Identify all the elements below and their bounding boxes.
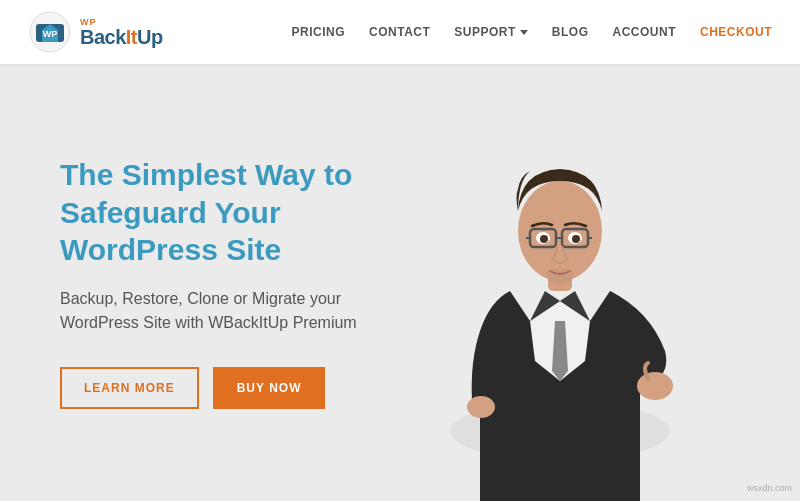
chevron-down-icon xyxy=(520,30,528,35)
watermark: wsxdn.com xyxy=(747,483,792,493)
logo[interactable]: WP WP BackItUp xyxy=(28,10,163,54)
svg-point-17 xyxy=(637,372,673,400)
svg-point-16 xyxy=(546,268,574,284)
svg-point-14 xyxy=(540,235,548,243)
learn-more-button[interactable]: LEARN MORE xyxy=(60,367,199,409)
hero-subtitle: Backup, Restore, Clone or Migrate your W… xyxy=(60,287,400,335)
svg-point-15 xyxy=(572,235,580,243)
logo-text: WP BackItUp xyxy=(80,18,163,47)
nav-checkout[interactable]: CHECKOUT xyxy=(700,25,772,39)
nav-account[interactable]: ACCOUNT xyxy=(613,25,677,39)
hero-title: The Simplest Way to Safeguard Your WordP… xyxy=(60,156,400,269)
svg-point-18 xyxy=(467,396,495,418)
site-header: WP WP BackItUp PRICING CONTACT SUPPORT B… xyxy=(0,0,800,64)
buy-now-button[interactable]: BUY NOW xyxy=(213,367,326,409)
hero-buttons: LEARN MORE BUY NOW xyxy=(60,367,400,409)
logo-icon: WP xyxy=(28,10,72,54)
nav-contact[interactable]: CONTACT xyxy=(369,25,430,39)
nav-blog[interactable]: BLOG xyxy=(552,25,589,39)
nav-support[interactable]: SUPPORT xyxy=(454,25,528,39)
main-nav: PRICING CONTACT SUPPORT BLOG ACCOUNT CHE… xyxy=(292,25,772,39)
logo-brand-label: BackItUp xyxy=(80,27,163,47)
nav-pricing[interactable]: PRICING xyxy=(292,25,346,39)
svg-text:WP: WP xyxy=(43,29,58,39)
hero-section: The Simplest Way to Safeguard Your WordP… xyxy=(0,64,800,501)
hero-content: The Simplest Way to Safeguard Your WordP… xyxy=(0,156,460,409)
